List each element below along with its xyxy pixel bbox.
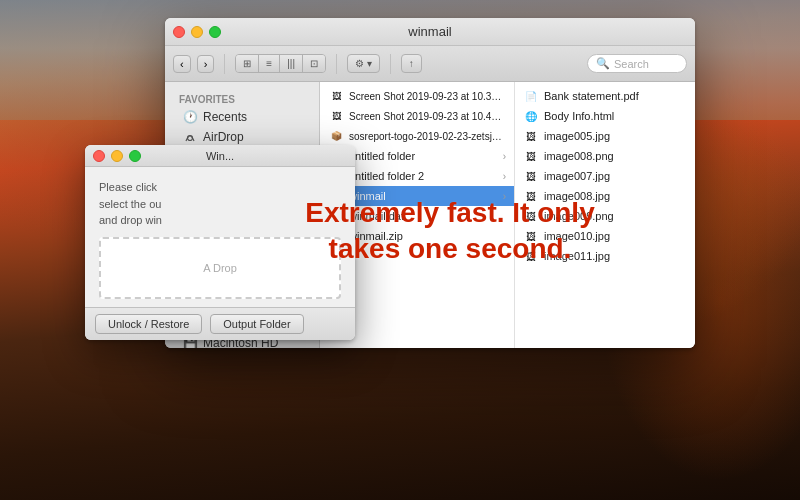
table-row[interactable]: 🖼 Screen Shot 2019-09-23 at 10.46.41 PM [320, 106, 514, 126]
back-button[interactable]: ‹ [173, 55, 191, 73]
forward-button[interactable]: › [197, 55, 215, 73]
column-view-button[interactable]: ||| [280, 55, 303, 72]
toolbar-divider-3 [390, 54, 391, 74]
chevron-icon: › [503, 151, 506, 162]
drop-zone-label: A Drop [203, 262, 237, 274]
file-name: untitled folder 2 [349, 170, 503, 182]
list-view-button[interactable]: ≡ [259, 55, 280, 72]
table-row[interactable]: 🌐 Body Info.html [515, 106, 695, 126]
table-row[interactable]: 📄 Bank statement.pdf [515, 86, 695, 106]
toolbar-divider [224, 54, 225, 74]
forward-icon: › [204, 58, 208, 70]
search-bar[interactable]: 🔍 Search [587, 54, 687, 73]
file-name: image007.jpg [544, 170, 687, 182]
app-minimize-button[interactable] [111, 150, 123, 162]
file-name: image005.jpg [544, 130, 687, 142]
close-button[interactable] [173, 26, 185, 38]
sidebar-item-recents[interactable]: 🕐 Recents [169, 107, 315, 127]
file-name: Body Info.html [544, 110, 687, 122]
file-icon: 🖼 [328, 88, 344, 104]
file-icon: 📦 [328, 128, 344, 144]
table-row[interactable]: 📦 sosreport-togo-2019-02-23-zetsjcz.tar.… [320, 126, 514, 146]
overlay-text: Extremely fast. It only takes one second… [290, 195, 610, 268]
app-window-title: Win... [206, 150, 234, 162]
pdf-icon: 📄 [523, 88, 539, 104]
cover-view-button[interactable]: ⊡ [303, 55, 325, 72]
sidebar-item-label: AirDrop [203, 130, 244, 144]
file-icon: 🖼 [328, 108, 344, 124]
image-icon: 🖼 [523, 128, 539, 144]
share-button[interactable]: ↑ [401, 54, 422, 73]
search-placeholder: Search [614, 58, 649, 70]
file-name: Screen Shot 2019-09-23 at 10.37.19 PM [349, 91, 506, 102]
traffic-lights [173, 26, 221, 38]
action-button[interactable]: ⚙ ▾ [347, 54, 380, 73]
search-icon: 🔍 [596, 57, 610, 70]
file-name: untitled folder [349, 150, 503, 162]
window-title: winmail [408, 24, 451, 39]
toolbar-divider-2 [336, 54, 337, 74]
overlay-message: Extremely fast. It only takes one second… [305, 197, 594, 264]
fullscreen-button[interactable] [209, 26, 221, 38]
app-titlebar: Win... [85, 145, 355, 167]
view-buttons: ⊞ ≡ ||| ⊡ [235, 54, 326, 73]
table-row[interactable]: 🖼 Screen Shot 2019-09-23 at 10.37.19 PM [320, 86, 514, 106]
sidebar-item-airdrop[interactable]: AirDrop [169, 127, 315, 147]
table-row[interactable]: 🖼 image005.jpg [515, 126, 695, 146]
back-icon: ‹ [180, 58, 184, 70]
table-row[interactable]: 🖼 image008.png [515, 146, 695, 166]
image-icon: 🖼 [523, 168, 539, 184]
html-icon: 🌐 [523, 108, 539, 124]
sidebar-item-label: Recents [203, 110, 247, 124]
file-name: sosreport-togo-2019-02-23-zetsjcz.tar.xz [349, 131, 506, 142]
app-footer: Unlock / Restore Output Folder [85, 307, 355, 340]
favorites-label: Favorites [165, 90, 319, 107]
icon-view-button[interactable]: ⊞ [236, 55, 259, 72]
recents-icon: 🕐 [183, 110, 197, 124]
airdrop-icon [183, 130, 197, 144]
unlock-restore-button[interactable]: Unlock / Restore [95, 314, 202, 334]
app-close-button[interactable] [93, 150, 105, 162]
file-name: Screen Shot 2019-09-23 at 10.46.41 PM [349, 111, 506, 122]
table-row[interactable]: 🖼 image007.jpg [515, 166, 695, 186]
finder-titlebar: winmail [165, 18, 695, 46]
chevron-icon: › [503, 171, 506, 182]
app-fullscreen-button[interactable] [129, 150, 141, 162]
minimize-button[interactable] [191, 26, 203, 38]
finder-toolbar: ‹ › ⊞ ≡ ||| ⊡ ⚙ ▾ ↑ 🔍 Search [165, 46, 695, 82]
output-folder-button[interactable]: Output Folder [210, 314, 303, 334]
image-icon: 🖼 [523, 148, 539, 164]
file-name: image008.png [544, 150, 687, 162]
file-name: Bank statement.pdf [544, 90, 687, 102]
app-traffic-lights [93, 150, 141, 162]
